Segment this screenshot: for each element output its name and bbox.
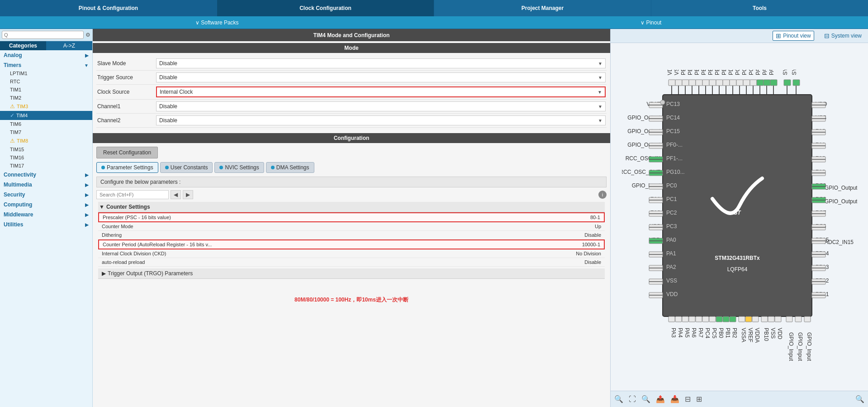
sidebar-child-tim2[interactable]: TIM2 — [0, 94, 92, 102]
sidebar-group-security[interactable]: Security ▶ — [0, 190, 92, 200]
svg-text:SYS_JTCK-SWCLK: SYS_JTCK-SWCLK — [782, 70, 788, 75]
sidebar-child-tim16[interactable]: TIM16 — [0, 153, 92, 162]
svg-rect-49 — [757, 80, 764, 86]
svg-text:PA3: PA3 — [670, 328, 677, 338]
expand-arrow-middleware: ▶ — [85, 212, 89, 217]
sidebar-search-bar: ⚙ — [0, 29, 92, 41]
sidebar-search-input[interactable] — [2, 31, 84, 39]
tab-dot-param — [101, 166, 105, 169]
svg-text:PC15: PC15 — [666, 128, 680, 134]
svg-text:VDD: VDD — [666, 291, 678, 297]
svg-rect-179 — [682, 316, 688, 322]
svg-text:PB2: PB2 — [731, 328, 738, 338]
field-trigger-source: Trigger Source Disable ▼ — [96, 71, 607, 85]
svg-text:PB7: PB7 — [694, 70, 700, 75]
trgo-header[interactable]: ▶ Trigger Output (TRGO) Parameters — [98, 268, 605, 279]
nav-software-packs[interactable]: ∨ Software Packs — [0, 16, 434, 29]
sidebar-child-tim17[interactable]: TIM17 — [0, 162, 92, 170]
prev-result-button[interactable]: ◀ — [171, 190, 181, 199]
svg-text:VREF: VREF — [747, 328, 754, 342]
tab-categories[interactable]: Categories — [0, 41, 46, 50]
nav-tools[interactable]: Tools — [651, 0, 868, 16]
param-search-input[interactable] — [96, 190, 169, 199]
svg-rect-192 — [775, 316, 781, 322]
svg-text:VSS: VSS — [666, 278, 677, 284]
grid-view-icon[interactable]: ⊞ — [696, 395, 702, 403]
sidebar-group-connectivity[interactable]: Connectivity ▶ — [0, 170, 92, 180]
chip-diagram: VDD VSS PB9... PB8... PB7 PB6 PB5 PB4 PB… — [622, 70, 857, 364]
sidebar-child-tim4[interactable]: ✓ TIM4 — [0, 111, 92, 120]
svg-text:VSS: VSS — [770, 328, 776, 339]
trigger-source-select[interactable]: Disable ▼ — [156, 72, 606, 82]
channel2-select[interactable]: Disable ▼ — [156, 115, 606, 125]
export-icon[interactable]: 📤 — [656, 395, 665, 403]
sidebar-group-middleware[interactable]: Middleware ▶ — [0, 210, 92, 220]
svg-text:VSS: VSS — [674, 70, 680, 75]
sidebar-child-tim7[interactable]: TIM7 — [0, 128, 92, 136]
reset-config-button[interactable]: Reset Configuration — [96, 147, 158, 158]
svg-text:PB6: PB6 — [701, 70, 707, 75]
svg-text:PF1-...: PF1-... — [666, 155, 683, 162]
svg-rect-36 — [669, 80, 675, 86]
counter-settings-header[interactable]: ▼ Counter Settings — [98, 202, 605, 212]
import-icon[interactable]: 📥 — [670, 395, 679, 403]
svg-rect-184 — [716, 316, 722, 322]
split-view-icon[interactable]: ⊟ — [685, 395, 691, 403]
tab-dma-settings[interactable]: DMA Settings — [266, 162, 314, 173]
sidebar-group-utilities[interactable]: Utilities ▶ — [0, 220, 92, 230]
tab-nvic-settings[interactable]: NVIC Settings — [214, 162, 264, 173]
svg-text:PA2: PA2 — [666, 264, 676, 270]
svg-rect-181 — [696, 316, 702, 322]
sidebar-child-rtc[interactable]: RTC — [0, 77, 92, 86]
svg-rect-45 — [730, 80, 736, 86]
svg-text:PB4: PB4 — [714, 70, 721, 75]
svg-text:PC2: PC2 — [666, 210, 677, 216]
svg-rect-187 — [739, 316, 745, 322]
sidebar-group-multimedia[interactable]: Multimedia ▶ — [0, 180, 92, 190]
svg-text:VDD: VDD — [777, 328, 783, 340]
sidebar-child-tim15[interactable]: TIM15 — [0, 145, 92, 153]
clock-source-select[interactable]: Internal Clock ▼ — [156, 86, 606, 97]
zoom-in-icon[interactable]: 🔍 — [614, 395, 623, 403]
svg-text:PA5: PA5 — [684, 328, 690, 338]
sidebar-tabs: Categories A->Z — [0, 41, 92, 50]
sidebar-group-timers[interactable]: Timers ▼ — [0, 60, 92, 69]
sidebar-group-computing[interactable]: Computing ▶ — [0, 200, 92, 210]
svg-rect-51 — [770, 80, 777, 86]
tab-user-constants[interactable]: User Constants — [160, 162, 213, 173]
tab-param-settings[interactable]: Parameter Settings — [96, 162, 158, 173]
system-view-tab[interactable]: ⊟ System view — [821, 31, 864, 40]
svg-rect-188 — [745, 316, 752, 322]
nav-pinout[interactable]: Pinout & Configuration — [0, 0, 217, 16]
channel1-select[interactable]: Disable ▼ — [156, 101, 606, 111]
sidebar-child-tim6[interactable]: TIM6 — [0, 120, 92, 128]
main-layout: ⚙ Categories A->Z Analog ▶ Timers ▼ LPTI… — [0, 29, 868, 407]
next-result-button[interactable]: ▶ — [183, 190, 193, 199]
sidebar-group-analog[interactable]: Analog ▶ — [0, 50, 92, 60]
fit-view-icon[interactable]: ⛶ — [629, 395, 636, 403]
mode-section: Slave Mode Disable ▼ Trigger Source Disa… — [93, 53, 610, 131]
svg-text:GPIO_Output: GPIO_Output — [825, 185, 857, 191]
sidebar-child-tim8[interactable]: ⚠ TIM8 — [0, 136, 92, 145]
nav-pinout-second[interactable]: ∨ Pinout — [434, 16, 868, 29]
svg-rect-46 — [736, 80, 743, 86]
tab-atoz[interactable]: A->Z — [46, 41, 92, 50]
expand-arrow-trgo: ▶ — [102, 270, 106, 277]
right-panel: ⊞ Pinout view ⊟ System view VDD VSS PB9.… — [610, 29, 868, 407]
svg-text:PC1: PC1 — [666, 196, 677, 202]
info-button[interactable]: i — [598, 191, 607, 199]
zoom-out-icon[interactable]: 🔍 — [641, 395, 650, 403]
nav-clock[interactable]: Clock Configuration — [217, 0, 434, 16]
mode-section-header: Mode — [93, 43, 610, 53]
svg-rect-42 — [709, 80, 716, 86]
nav-project[interactable]: Project Manager — [434, 0, 651, 16]
sidebar-child-tim1[interactable]: TIM1 — [0, 86, 92, 94]
search-chip-icon[interactable]: 🔍 — [855, 395, 864, 403]
svg-text:PA13: PA13 — [768, 70, 775, 75]
gear-icon[interactable]: ⚙ — [85, 32, 90, 38]
sidebar-child-tim3[interactable]: ⚠ TIM3 — [0, 102, 92, 111]
svg-text:ADC2_IN15: ADC2_IN15 — [825, 239, 854, 245]
sidebar-child-lptim1[interactable]: LPTIM1 — [0, 69, 92, 77]
pinout-view-tab[interactable]: ⊞ Pinout view — [773, 31, 814, 41]
slave-mode-select[interactable]: Disable ▼ — [156, 58, 606, 68]
